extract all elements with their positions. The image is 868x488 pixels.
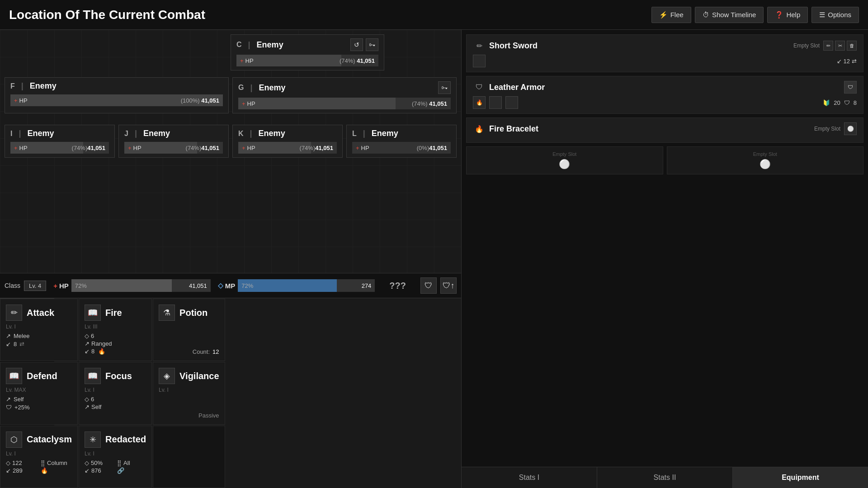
timeline-icon: ⏱ xyxy=(703,11,709,19)
enemy-card-c: C | Enemy ↺ 🗝 + xyxy=(231,34,384,70)
mp-text: MP xyxy=(225,282,236,290)
sword-count-icon: ↙ xyxy=(837,58,842,65)
help-button[interactable]: ❓ Help xyxy=(767,7,808,23)
sword-edit-btn[interactable]: ✏ xyxy=(823,41,833,51)
player-mp-bar: 72% 274 xyxy=(238,279,375,292)
attack-swap-icon: ⇄ xyxy=(19,341,24,347)
cataclysm-level: Lv. I xyxy=(6,450,72,457)
vigilance-icon: ◈ xyxy=(159,368,175,384)
potion-name: Potion xyxy=(179,308,208,318)
equip-short-sword: ✏ Short Sword Empty Slot ✏ ✂ 🗑 xyxy=(466,34,863,72)
show-timeline-button[interactable]: ⏱ Show Timeline xyxy=(695,7,764,23)
empty-slot-2-label: Empty Slot xyxy=(753,151,777,157)
hp-label-text: HP xyxy=(245,57,254,64)
attack-stat-melee: ↗Melee xyxy=(6,333,72,339)
player-level: Lv. 4 xyxy=(24,281,46,291)
sword-cut-btn[interactable]: ✂ xyxy=(835,41,845,51)
focus-icon: 📖 xyxy=(85,368,101,384)
skill-redacted[interactable]: ✳ Redacted Lv. I ◇50% ⣿All ↙876 🔗 xyxy=(79,426,152,488)
sword-slot-1 xyxy=(473,55,486,67)
armor-slot-3 xyxy=(505,96,518,109)
enemy-g-action1[interactable]: 🗝 xyxy=(438,81,451,94)
skill-focus[interactable]: 📖 Focus Lv. I ◇6 ↗Self xyxy=(79,362,152,424)
redacted-stat-target: ⣿All xyxy=(117,460,146,466)
flee-button[interactable]: ⚡ Flee xyxy=(651,7,691,23)
sword-actions: ✏ ✂ 🗑 xyxy=(823,41,857,51)
enemy-c-action1[interactable]: ↺ xyxy=(350,38,363,51)
focus-stat-mp: ◇6 xyxy=(85,396,146,403)
enemy-j-hp-bar: +HP (74%)41,051 xyxy=(124,142,223,154)
hp-stat-label: + HP xyxy=(53,282,69,290)
player-mp-val: 274 xyxy=(362,282,372,289)
enemy-area: C | Enemy ↺ 🗝 + xyxy=(0,30,461,298)
enemy-g-hp-bar: + HP (74%) 41,051 xyxy=(238,98,451,109)
armor-slots-row: 🔥 🔰 20 🛡 8 xyxy=(473,96,857,109)
potion-icon: ⚗ xyxy=(159,305,175,321)
enemy-c-action2[interactable]: 🗝 xyxy=(366,38,378,51)
attack-stat-power: ↙8 ⇄ xyxy=(6,341,72,347)
armor-slot-2 xyxy=(489,96,502,109)
sword-delete-btn[interactable]: 🗑 xyxy=(847,41,857,51)
class-label: Class xyxy=(5,282,20,289)
enemy-name-f: Enemy xyxy=(30,81,57,91)
options-icon: ☰ xyxy=(819,11,825,19)
hp-text: HP xyxy=(59,282,69,290)
hp-plus-sign: + xyxy=(53,282,57,290)
skill-attack[interactable]: ✏ Attack Lv. I ↗Melee ↙8 ⇄ xyxy=(0,299,78,361)
armor-slot-1: 🔥 xyxy=(473,96,486,109)
focus-stat-target: ↗Self xyxy=(85,404,146,410)
player-hp-val: 41,051 xyxy=(189,282,207,289)
armor-def-icon2: 🛡 xyxy=(844,99,850,106)
skill-cataclysm[interactable]: ⬡ Cataclysm Lv. I ◇122 ⣿Column ↙289 🔥 xyxy=(0,426,78,488)
bracelet-slot-label: Empty Slot xyxy=(814,126,840,132)
redacted-stat-chain: 🔗 xyxy=(117,467,146,474)
player-stats-bar: Class Lv. 4 + HP 72% 41,051 ◇ MP xyxy=(0,273,461,298)
skill-defend[interactable]: 📖 Defend Lv. MAX ↗Self 🛡+25% xyxy=(0,362,78,424)
tab-stats1[interactable]: Stats I xyxy=(462,467,597,488)
enemy-card-i: I | Enemy +HP (74%)41,051 xyxy=(5,125,115,158)
fire-stat-range: ↗Ranged xyxy=(85,340,146,347)
mp-diamond-icon: ◇ xyxy=(218,282,223,290)
enemy-name-g: Enemy xyxy=(259,83,286,93)
mystery-stat: ??? xyxy=(382,281,413,291)
tab-stats2[interactable]: Stats II xyxy=(597,467,733,488)
sword-name: Short Sword xyxy=(489,41,538,51)
attack-icon: ✏ xyxy=(6,305,22,321)
cataclysm-name: Cataclysm xyxy=(27,434,72,445)
main-area: C | Enemy ↺ 🗝 + xyxy=(0,30,868,488)
enemy-card-f: F | Enemy + HP (10 xyxy=(5,77,229,113)
player-hp-group: + HP 72% 41,051 xyxy=(53,279,211,292)
enemy-card-k: K | Enemy +HP (74%)41,051 xyxy=(232,125,343,158)
equipment-tabs: Stats I Stats II Equipment xyxy=(462,467,868,488)
enemy-g-hp-pct: (74%) xyxy=(412,100,428,107)
enemy-card-l: L | Enemy +HP (0%)41,051 xyxy=(346,125,457,158)
equipment-content: ✏ Short Sword Empty Slot ✏ ✂ 🗑 xyxy=(462,30,868,467)
player-mp-group: ◇ MP 72% 274 xyxy=(218,279,375,292)
cataclysm-icon: ⬡ xyxy=(6,432,22,448)
defend-stat-def: 🛡+25% xyxy=(6,404,72,411)
tab-equipment[interactable]: Equipment xyxy=(733,467,868,488)
empty-slot-1-label: Empty Slot xyxy=(552,151,576,157)
empty-slots-row: Empty Slot ⚪ Empty Slot ⚪ xyxy=(466,146,863,174)
fire-level: Lv. III xyxy=(85,324,146,330)
sword-slots-row: ↙ 12 ⇄ xyxy=(473,55,857,67)
armor-defense-stats: 🔰 20 🛡 8 xyxy=(823,99,857,106)
options-button[interactable]: ☰ Options xyxy=(811,7,859,23)
redacted-level: Lv. I xyxy=(85,450,146,457)
skill-potion[interactable]: ⚗ Potion Count: 12 xyxy=(153,299,225,361)
player-mp-pct: 72% xyxy=(241,282,253,289)
enemy-f-hp-pct: (100%) xyxy=(181,97,200,104)
armor-equip-icon: 🛡 xyxy=(473,81,486,94)
equip-fire-bracelet: 🔥 Fire Bracelet Empty Slot ⚪ xyxy=(466,117,863,143)
enemy-l-hp-bar: +HP (0%)41,051 xyxy=(352,142,451,154)
bracelet-empty-slot: ⚪ xyxy=(844,122,857,135)
defend-level: Lv. MAX xyxy=(6,387,72,393)
fire-stat-mp: ◇6 xyxy=(85,333,146,339)
skill-fire[interactable]: 📖 Fire Lv. III ◇6 ↗Ranged ↙8🔥 xyxy=(79,299,152,361)
defense-icon-shield: 🛡 xyxy=(420,277,437,294)
fire-stat-power: ↙8🔥 xyxy=(85,348,146,355)
armor-shield-slot: 🛡 xyxy=(844,81,857,94)
enemy-c-hp-val: 41,051 xyxy=(357,57,375,64)
skill-vigilance[interactable]: ◈ Vigilance Lv. I Passive xyxy=(153,362,225,424)
enemy-letter-c: C xyxy=(236,41,242,49)
